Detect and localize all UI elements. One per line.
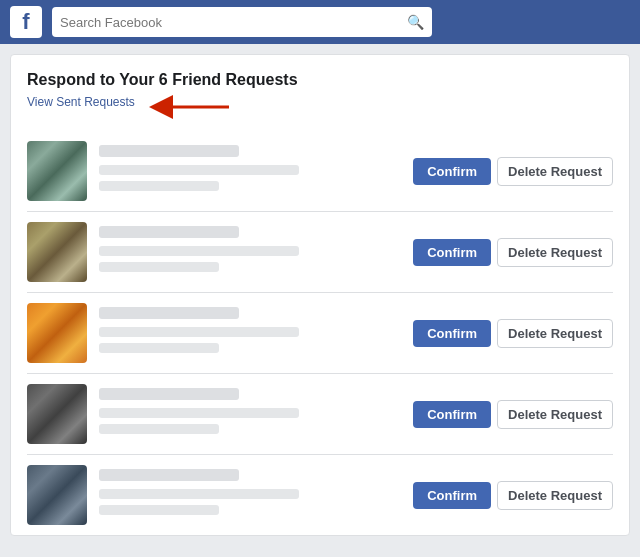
friend-request-row: Confirm Delete Request: [27, 374, 613, 455]
search-input[interactable]: [60, 15, 407, 30]
detail-placeholder-1: [99, 246, 299, 256]
avatar: [27, 303, 87, 363]
avatar: [27, 384, 87, 444]
request-info: [99, 226, 401, 278]
detail-placeholder-2: [99, 181, 219, 191]
confirm-button[interactable]: Confirm: [413, 239, 491, 266]
avatar: [27, 222, 87, 282]
detail-placeholder-1: [99, 165, 299, 175]
name-placeholder: [99, 145, 239, 157]
friend-request-row: Confirm Delete Request: [27, 293, 613, 374]
request-info: [99, 388, 401, 440]
request-info: [99, 469, 401, 521]
confirm-button[interactable]: Confirm: [413, 401, 491, 428]
view-sent-requests-link[interactable]: View Sent Requests: [27, 95, 135, 109]
request-actions: Confirm Delete Request: [413, 319, 613, 348]
confirm-button[interactable]: Confirm: [413, 320, 491, 347]
detail-placeholder-2: [99, 424, 219, 434]
confirm-button[interactable]: Confirm: [413, 482, 491, 509]
friend-requests-list: Confirm Delete Request Confirm Delete Re…: [27, 131, 613, 535]
friend-request-row: Confirm Delete Request: [27, 455, 613, 535]
request-actions: Confirm Delete Request: [413, 400, 613, 429]
request-actions: Confirm Delete Request: [413, 481, 613, 510]
delete-request-button[interactable]: Delete Request: [497, 400, 613, 429]
detail-placeholder-1: [99, 408, 299, 418]
avatar: [27, 141, 87, 201]
page-title: Respond to Your 6 Friend Requests: [27, 71, 613, 89]
request-info: [99, 145, 401, 197]
detail-placeholder-1: [99, 327, 299, 337]
friend-requests-panel: Respond to Your 6 Friend Requests View S…: [10, 54, 630, 536]
request-actions: Confirm Delete Request: [413, 238, 613, 267]
name-placeholder: [99, 307, 239, 319]
name-placeholder: [99, 388, 239, 400]
search-bar[interactable]: 🔍: [52, 7, 432, 37]
avatar: [27, 465, 87, 525]
delete-request-button[interactable]: Delete Request: [497, 238, 613, 267]
request-actions: Confirm Delete Request: [413, 157, 613, 186]
annotation-arrow: [141, 93, 231, 121]
confirm-button[interactable]: Confirm: [413, 158, 491, 185]
delete-request-button[interactable]: Delete Request: [497, 157, 613, 186]
detail-placeholder-2: [99, 262, 219, 272]
friend-request-row: Confirm Delete Request: [27, 131, 613, 212]
detail-placeholder-2: [99, 505, 219, 515]
friend-request-row: Confirm Delete Request: [27, 212, 613, 293]
top-navbar: f 🔍: [0, 0, 640, 44]
delete-request-button[interactable]: Delete Request: [497, 481, 613, 510]
detail-placeholder-1: [99, 489, 299, 499]
facebook-logo: f: [10, 6, 42, 38]
detail-placeholder-2: [99, 343, 219, 353]
request-info: [99, 307, 401, 359]
delete-request-button[interactable]: Delete Request: [497, 319, 613, 348]
name-placeholder: [99, 226, 239, 238]
search-icon: 🔍: [407, 14, 424, 30]
name-placeholder: [99, 469, 239, 481]
